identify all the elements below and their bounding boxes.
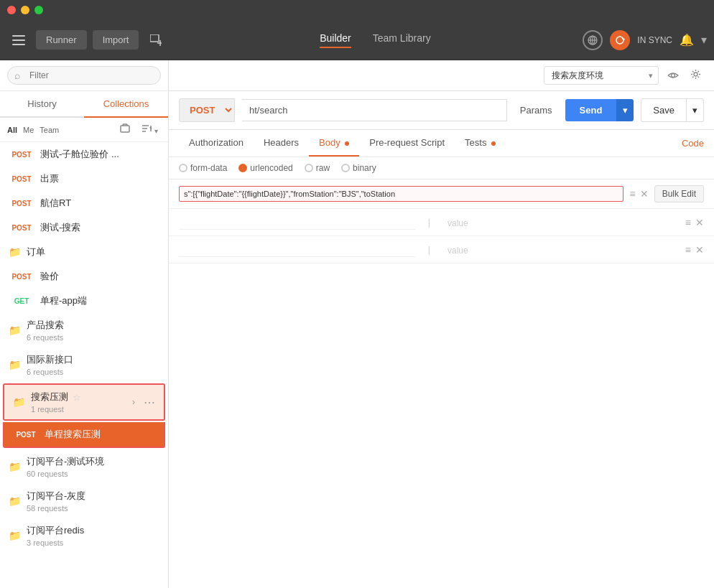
- form-body-table: ≡ ✕ Bulk Edit | value ≡ ✕: [169, 179, 714, 588]
- url-input[interactable]: [242, 99, 507, 121]
- form-sort-icon[interactable]: ≡: [685, 217, 691, 228]
- method-badge: POST: [9, 273, 34, 281]
- form-delete-icon[interactable]: ✕: [695, 217, 704, 228]
- tab-history[interactable]: History: [0, 91, 84, 116]
- list-item[interactable]: POST 测试-子舱位验价 ...: [0, 142, 168, 167]
- save-dropdown-button[interactable]: ▾: [687, 98, 704, 122]
- filter-team[interactable]: Team: [40, 126, 59, 134]
- tab-builder[interactable]: Builder: [320, 32, 351, 48]
- body-dot: [345, 141, 349, 146]
- form-row: ≡ ✕ Bulk Edit: [169, 179, 714, 209]
- sidebar-toggle-button[interactable]: [7, 29, 30, 52]
- folder-icon: 📁: [9, 461, 21, 472]
- folder-item[interactable]: 📁 订阅平台-灰度 58 requests: [0, 484, 168, 518]
- body-encoding-bar: form-data urlencoded raw binary: [169, 157, 714, 179]
- send-dropdown-button[interactable]: ▾: [616, 99, 634, 121]
- maximize-button[interactable]: [34, 6, 43, 14]
- form-value-3: value: [443, 243, 473, 258]
- tab-authorization[interactable]: Authorization: [179, 130, 254, 157]
- folder-name: 订阅平台redis: [27, 524, 84, 537]
- form-row: | value ≡ ✕: [169, 209, 714, 236]
- minimize-button[interactable]: [21, 6, 29, 14]
- option-binary[interactable]: binary: [341, 163, 376, 173]
- new-collection-button[interactable]: [117, 122, 133, 137]
- form-delete-icon[interactable]: ✕: [640, 188, 649, 200]
- folder-item[interactable]: 📁 订阅平台redis 3 requests: [0, 518, 168, 553]
- folder-expand-icon[interactable]: ›: [132, 397, 135, 407]
- folder-name: 订阅平台-灰度: [27, 490, 85, 503]
- tab-tests[interactable]: Tests: [455, 130, 506, 157]
- tab-team-library[interactable]: Team Library: [373, 32, 431, 48]
- notification-bell-icon[interactable]: 🔔: [680, 33, 694, 47]
- code-link[interactable]: Code: [682, 138, 704, 149]
- folder-name: 订单: [27, 246, 45, 258]
- env-gear-button[interactable]: [687, 66, 704, 85]
- tab-body[interactable]: Body: [309, 130, 359, 157]
- form-sort-icon[interactable]: ≡: [685, 244, 691, 256]
- folder-item[interactable]: 📁 订单: [0, 240, 168, 264]
- option-urlencoded[interactable]: urlencoded: [238, 163, 292, 173]
- filter-me[interactable]: Me: [23, 126, 34, 134]
- tab-collections[interactable]: Collections: [84, 91, 168, 118]
- form-key-input-2[interactable]: [179, 215, 415, 230]
- tab-pre-request-script[interactable]: Pre-request Script: [359, 130, 455, 157]
- content-area: 搜索灰度环境 POST Params: [169, 60, 714, 588]
- radio-binary: [341, 164, 350, 172]
- tab-headers[interactable]: Headers: [254, 130, 309, 157]
- header-right: IN SYNC 🔔 ▾: [583, 30, 707, 50]
- folder-item-search-stress[interactable]: 📁 搜索压测 ☆ 1 request › ⋯: [4, 385, 164, 419]
- form-delete-icon[interactable]: ✕: [695, 244, 704, 256]
- folder-item[interactable]: 📁 国际新接口 6 requests: [0, 347, 168, 382]
- titlebar: [0, 0, 714, 20]
- list-item[interactable]: POST 验价: [0, 264, 168, 289]
- main-layout: History Collections All Me Team: [0, 60, 714, 588]
- folder-item[interactable]: 📁 产品搜索 6 requests: [0, 313, 168, 347]
- star-icon[interactable]: ☆: [73, 392, 81, 403]
- sidebar: History Collections All Me Team: [0, 60, 169, 588]
- folder-more-icon[interactable]: ⋯: [144, 396, 155, 409]
- folder-name: 产品搜索: [27, 319, 64, 332]
- folder-icon: 📁: [9, 325, 21, 336]
- new-tab-button[interactable]: [144, 29, 167, 52]
- sort-button[interactable]: ▾: [139, 122, 161, 137]
- folder-highlighted-container: 📁 搜索压测 ☆ 1 request › ⋯: [3, 383, 165, 421]
- sync-status[interactable]: IN SYNC: [637, 35, 672, 45]
- item-name: 测试-搜索: [40, 221, 80, 234]
- option-form-data[interactable]: form-data: [179, 163, 227, 173]
- filter-all[interactable]: All: [7, 126, 17, 134]
- sidebar-tab-bar: History Collections: [0, 91, 168, 118]
- params-label[interactable]: Params: [514, 105, 558, 116]
- filter-input[interactable]: [7, 66, 161, 85]
- globe-icon[interactable]: [583, 30, 603, 50]
- item-name: 航信RT: [40, 197, 71, 210]
- save-button[interactable]: Save: [641, 98, 687, 122]
- list-item[interactable]: POST 航信RT: [0, 191, 168, 215]
- form-key-input-3[interactable]: [179, 242, 415, 257]
- folder-count: 1 request: [31, 405, 126, 414]
- environment-select[interactable]: 搜索灰度环境: [544, 66, 659, 85]
- method-badge: POST: [9, 151, 34, 159]
- list-item[interactable]: POST 出票: [0, 167, 168, 191]
- bulk-edit-button[interactable]: Bulk Edit: [654, 185, 704, 202]
- form-value-2: value: [443, 215, 473, 231]
- method-select[interactable]: POST: [179, 98, 235, 122]
- sync-icon[interactable]: [610, 30, 630, 50]
- send-button[interactable]: Send: [565, 99, 617, 121]
- close-button[interactable]: [7, 6, 16, 14]
- form-actions: ≡ ✕: [685, 217, 704, 228]
- header-chevron-icon[interactable]: ▾: [701, 33, 707, 47]
- form-key-input[interactable]: [179, 186, 623, 202]
- radio-form-data: [179, 164, 187, 172]
- env-eye-button[interactable]: [664, 67, 682, 85]
- folder-item[interactable]: 📁 订阅平台-测试环境 60 requests: [0, 449, 168, 484]
- list-item-selected[interactable]: POST 单程搜索压测: [3, 422, 165, 448]
- runner-button[interactable]: Runner: [36, 30, 87, 50]
- list-item[interactable]: POST 测试-搜索: [0, 215, 168, 240]
- folder-icon: 📁: [9, 495, 21, 507]
- list-item[interactable]: GET 单程-app端: [0, 289, 168, 313]
- radio-urlencoded: [238, 164, 247, 172]
- form-sort-icon[interactable]: ≡: [629, 188, 635, 200]
- import-button[interactable]: Import: [93, 30, 139, 50]
- option-raw[interactable]: raw: [305, 163, 330, 173]
- folder-icon: 📁: [9, 246, 21, 258]
